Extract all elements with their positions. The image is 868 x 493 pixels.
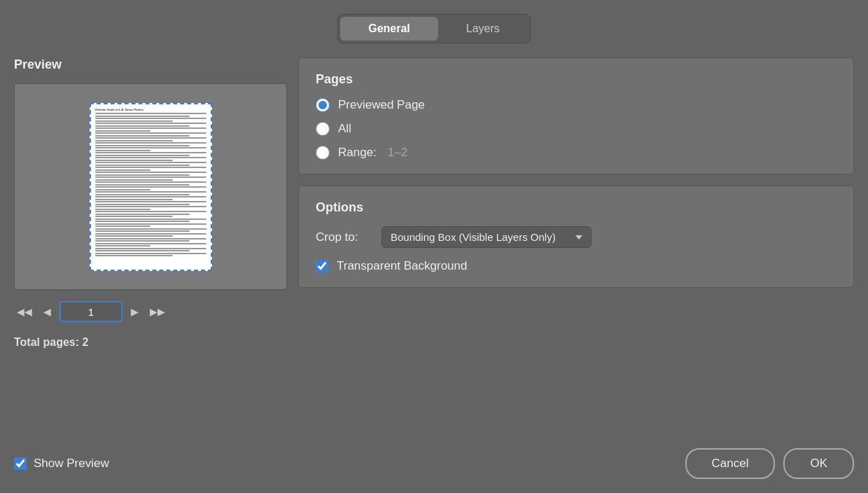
thumbnail-line <box>95 176 206 178</box>
thumbnail-line <box>95 150 151 151</box>
action-buttons: Cancel OK <box>685 448 854 479</box>
radio-range-label[interactable]: Range: <box>338 146 377 160</box>
thumbnail-line <box>95 181 206 183</box>
main-content: Preview Ultimate Guide to L.A. Dance Par… <box>14 57 854 437</box>
last-page-button[interactable]: ▶▶ <box>147 305 168 319</box>
thumbnail-lines <box>95 113 206 265</box>
thumbnail-line <box>95 189 151 190</box>
radio-previewed-label[interactable]: Previewed Page <box>338 98 425 112</box>
first-page-icon: ◀◀ <box>17 306 32 317</box>
right-panel: Pages Previewed Page All Range: 1–2 <box>298 57 854 437</box>
thumbnail-line <box>95 250 190 251</box>
tab-general[interactable]: General <box>340 17 438 41</box>
thumbnail-line <box>95 186 206 188</box>
transparent-bg-checkbox[interactable] <box>316 260 328 272</box>
next-page-button[interactable]: ▶ <box>128 305 141 319</box>
thumbnail-line <box>95 118 206 119</box>
thumbnail-line <box>95 201 206 202</box>
thumbnail-line <box>95 160 173 161</box>
thumbnail-line <box>95 179 173 181</box>
thumbnail-line <box>95 216 173 217</box>
radio-all[interactable] <box>316 122 330 136</box>
cancel-button[interactable]: Cancel <box>685 448 776 479</box>
preview-title: Preview <box>14 57 287 72</box>
transparent-bg-label[interactable]: Transparent Background <box>337 259 467 273</box>
options-section-title: Options <box>316 200 836 215</box>
crop-row: Crop to: Bounding Box (Visible Layers On… <box>316 226 836 248</box>
prev-page-button[interactable]: ◀ <box>41 305 54 319</box>
radio-row-previewed: Previewed Page <box>316 98 836 112</box>
thumbnail-line <box>95 253 206 254</box>
thumbnail-line <box>95 209 151 210</box>
thumbnail-line <box>95 137 206 139</box>
thumbnail-line <box>95 169 151 171</box>
thumbnail-line <box>95 248 206 249</box>
show-preview-label[interactable]: Show Preview <box>34 457 109 471</box>
page-nav: ◀◀ ◀ ▶ ▶▶ <box>14 301 287 322</box>
thumbnail-line <box>95 196 206 197</box>
page-number-input[interactable] <box>59 301 122 322</box>
thumbnail-line <box>95 167 206 168</box>
tab-layers[interactable]: Layers <box>438 17 528 41</box>
thumbnail-line <box>95 243 206 244</box>
thumbnail-line <box>95 238 206 239</box>
crop-label: Crop to: <box>316 230 372 244</box>
thumbnail-line <box>95 127 206 129</box>
thumbnail-line <box>95 152 206 153</box>
show-preview-checkbox[interactable] <box>14 457 27 470</box>
thumbnail-line <box>95 228 206 230</box>
radio-previewed-page[interactable] <box>316 98 330 112</box>
radio-all-label[interactable]: All <box>338 122 351 136</box>
checkbox-row-transparent: Transparent Background <box>316 259 836 273</box>
dialog: General Layers Preview Ultimate Guide to… <box>0 0 868 493</box>
thumbnail-line <box>95 174 190 176</box>
thumbnail-line <box>95 130 151 132</box>
thumbnail-title: Ultimate Guide to L.A. Dance Parties <box>95 109 206 112</box>
thumbnail-line <box>95 145 190 146</box>
first-page-button[interactable]: ◀◀ <box>14 305 35 319</box>
page-thumbnail: Ultimate Guide to L.A. Dance Parties <box>90 103 212 271</box>
range-value: 1–2 <box>388 146 407 160</box>
radio-row-all: All <box>316 122 836 136</box>
thumbnail-line <box>95 135 190 137</box>
thumbnail-line <box>95 255 173 256</box>
thumbnail-line <box>95 230 190 232</box>
thumbnail-line <box>95 233 206 235</box>
pages-section: Pages Previewed Page All Range: 1–2 <box>298 57 854 174</box>
preview-box: Ultimate Guide to L.A. Dance Parties <box>14 83 287 290</box>
bottom-bar: Show Preview Cancel OK <box>14 437 854 479</box>
thumbnail-line <box>95 172 206 173</box>
thumbnail-line <box>95 162 206 163</box>
thumbnail-line <box>95 113 206 114</box>
thumbnail-line <box>95 206 206 207</box>
tab-bar: General Layers <box>337 14 531 43</box>
ok-button[interactable]: OK <box>783 448 854 479</box>
radio-group-pages: Previewed Page All Range: 1–2 <box>316 98 836 160</box>
thumbnail-line <box>95 142 206 144</box>
thumbnail-line <box>95 165 190 166</box>
crop-select[interactable]: Bounding Box (Visible Layers Only) Bound… <box>382 226 592 248</box>
thumbnail-line <box>95 221 190 222</box>
thumbnail-line <box>95 147 206 148</box>
thumbnail-line <box>95 120 173 122</box>
thumbnail-line <box>95 214 190 215</box>
thumbnail-line <box>95 123 206 124</box>
show-preview-row: Show Preview <box>14 457 109 471</box>
thumbnail-line <box>95 125 190 127</box>
thumbnail-line <box>95 155 190 156</box>
prev-page-icon: ◀ <box>43 306 51 317</box>
thumbnail-line <box>95 218 206 220</box>
next-page-icon: ▶ <box>131 306 139 317</box>
thumbnail-line <box>95 235 173 237</box>
options-section: Options Crop to: Bounding Box (Visible L… <box>298 186 854 288</box>
thumbnail-line <box>95 132 206 134</box>
thumbnail-line <box>95 191 206 193</box>
thumbnail-line <box>95 204 190 205</box>
thumbnail-line <box>95 240 190 242</box>
pages-section-title: Pages <box>316 72 836 87</box>
thumbnail-line <box>95 194 190 195</box>
thumbnail-line <box>95 225 151 227</box>
thumbnail-line <box>95 211 206 212</box>
radio-range[interactable] <box>316 146 330 160</box>
thumbnail-line <box>95 140 173 141</box>
